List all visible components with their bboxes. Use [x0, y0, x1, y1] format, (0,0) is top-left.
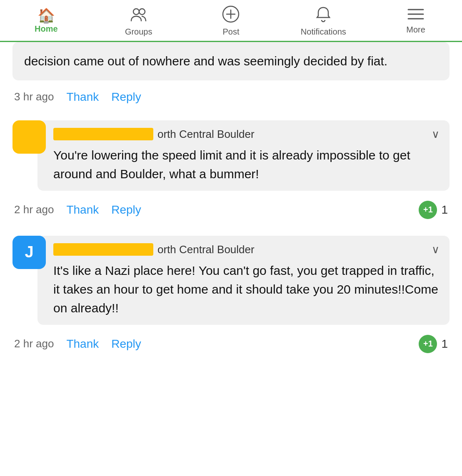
comment-block-3: J orth Central Boulder ∨ It's like a Naz… — [12, 236, 450, 357]
chevron-icon-3[interactable]: ∨ — [432, 243, 440, 256]
nav-bar: 🏠 Home Groups Post — [0, 0, 462, 42]
comment-row-3: J orth Central Boulder ∨ It's like a Naz… — [12, 236, 450, 325]
chevron-icon-2[interactable]: ∨ — [432, 128, 440, 141]
comment-block-1: decision came out of nowhere and was see… — [12, 42, 450, 108]
comment-block-2: orth Central Boulder ∨ You're lowering t… — [12, 120, 450, 223]
nav-notifications-label: Notifications — [301, 27, 346, 37]
nav-post[interactable]: Post — [185, 5, 277, 37]
username-bar-2 — [53, 128, 153, 140]
post-icon — [222, 5, 240, 25]
comment-text-1: decision came out of nowhere and was see… — [24, 54, 387, 68]
reply-button-3[interactable]: Reply — [111, 337, 141, 351]
comment-bubble-3: orth Central Boulder ∨ It's like a Nazi … — [37, 236, 450, 325]
home-icon: 🏠 — [37, 8, 55, 22]
nav-notifications[interactable]: Notifications — [277, 5, 370, 37]
reply-button-1[interactable]: Reply — [111, 90, 141, 104]
avatar-letter-3: J — [12, 236, 46, 269]
comment-time-1: 3 hr ago — [14, 90, 54, 103]
content-area: decision came out of nowhere and was see… — [0, 42, 462, 386]
comment-time-3: 2 hr ago — [14, 337, 54, 350]
comment-text-3: It's like a Nazi place here! You can't g… — [53, 264, 438, 315]
nav-groups-label: Groups — [125, 27, 152, 37]
badge-count-2: 1 — [441, 203, 448, 217]
comment-bubble-1: decision came out of nowhere and was see… — [12, 42, 450, 80]
thanks-badge-2: +1 1 — [419, 201, 448, 219]
bell-icon — [314, 5, 332, 25]
comment-row-2: orth Central Boulder ∨ You're lowering t… — [12, 120, 450, 191]
badge-circle-3: +1 — [419, 335, 437, 353]
svg-point-1 — [139, 9, 145, 15]
comment-meta-3: 2 hr ago Thank Reply +1 1 — [12, 331, 450, 357]
comment-bubble-2: orth Central Boulder ∨ You're lowering t… — [37, 120, 450, 191]
username-bar-3 — [53, 243, 153, 256]
nav-groups[interactable]: Groups — [92, 5, 185, 37]
thank-button-3[interactable]: Thank — [66, 337, 99, 351]
more-icon — [407, 7, 425, 23]
reply-button-2[interactable]: Reply — [111, 203, 141, 217]
thanks-badge-3: +1 1 — [419, 335, 448, 353]
thank-button-2[interactable]: Thank — [66, 203, 99, 217]
comment-text-2: You're lowering the speed limit and it i… — [53, 148, 410, 181]
comment-meta-2: 2 hr ago Thank Reply +1 1 — [12, 197, 450, 223]
comment-header-3: orth Central Boulder ∨ — [53, 243, 440, 256]
comment-meta-1: 3 hr ago Thank Reply — [12, 86, 450, 108]
nav-home-label: Home — [35, 24, 58, 34]
thank-button-1[interactable]: Thank — [66, 90, 99, 104]
avatar-3: J — [12, 236, 46, 269]
avatar-2 — [12, 120, 46, 154]
badge-count-3: 1 — [441, 337, 448, 351]
badge-circle-2: +1 — [419, 201, 437, 219]
groups-icon — [130, 5, 148, 25]
comment-time-2: 2 hr ago — [14, 203, 54, 216]
nav-home[interactable]: 🏠 Home — [0, 8, 92, 34]
comment-header-2: orth Central Boulder ∨ — [53, 128, 440, 141]
nav-post-label: Post — [222, 27, 239, 37]
svg-point-0 — [133, 9, 139, 15]
nav-more-label: More — [406, 25, 425, 35]
location-2: orth Central Boulder — [157, 128, 432, 141]
nav-more[interactable]: More — [370, 7, 462, 35]
location-3: orth Central Boulder — [157, 243, 432, 256]
